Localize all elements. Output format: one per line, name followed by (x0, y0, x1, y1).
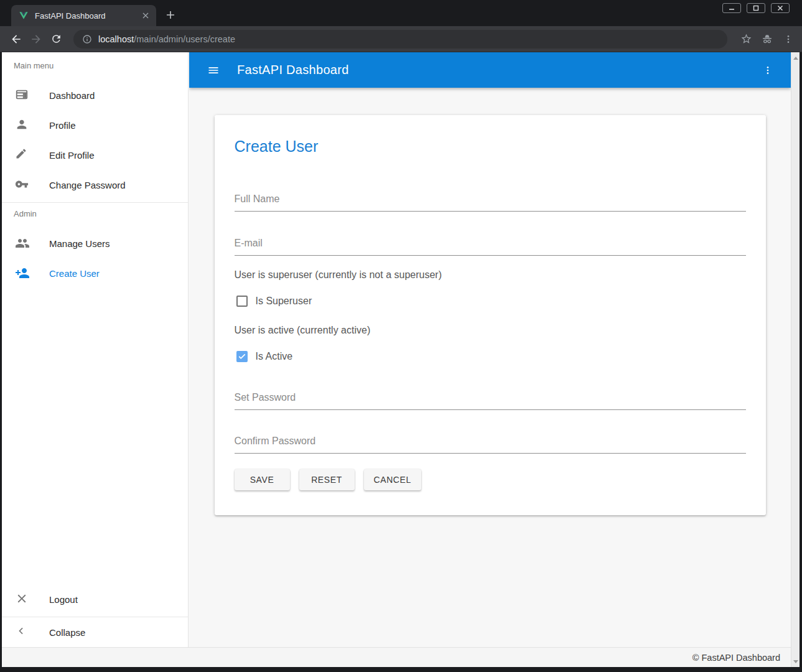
forward-button[interactable] (27, 30, 45, 48)
group-icon (15, 236, 30, 251)
sidebar-item-label: Create User (49, 268, 100, 279)
sidebar-item-label: Collapse (49, 627, 85, 638)
bookmark-star-icon[interactable] (737, 30, 755, 48)
sidebar-item-label: Logout (49, 594, 78, 605)
superuser-checkbox-label: Is Superuser (256, 296, 312, 307)
new-tab-button[interactable] (163, 7, 178, 22)
confirm-password-input[interactable] (235, 436, 746, 454)
active-checkbox-row[interactable]: Is Active (236, 351, 746, 362)
url-text: localhost/main/admin/users/create (98, 34, 235, 44)
tab-title: FastAPI Dashboard (35, 11, 140, 21)
check-icon (238, 352, 246, 361)
sidebar-item-label: Change Password (49, 180, 126, 190)
url-path: /main/admin/users/create (134, 34, 235, 44)
page-scrollbar[interactable] (791, 52, 800, 667)
main-content: FastAPI Dashboard Create User User is su… (189, 52, 791, 647)
chevron-left-icon (15, 625, 30, 640)
vue-favicon-icon (19, 11, 29, 21)
back-button[interactable] (7, 30, 25, 48)
browser-tab[interactable]: FastAPI Dashboard (11, 5, 156, 26)
confirm-password-field (235, 436, 746, 454)
window-maximize-button[interactable] (747, 3, 765, 13)
sidebar-spacer (2, 288, 188, 584)
sidebar-item-label: Edit Profile (49, 150, 95, 161)
url-host: localhost (98, 34, 134, 44)
full-name-input[interactable] (235, 194, 746, 212)
sidebar-divider (2, 202, 188, 203)
close-x-icon (15, 592, 30, 607)
key-icon (15, 177, 30, 192)
create-user-card: Create User User is superuser (currently… (215, 115, 766, 515)
active-checkbox-label: Is Active (256, 351, 293, 362)
window-controls (722, 3, 790, 13)
email-input[interactable] (235, 238, 746, 256)
browser-menu-kebab-icon[interactable] (780, 30, 797, 48)
sidebar-item-create-user[interactable]: Create User (2, 258, 188, 288)
sidebar-item-profile[interactable]: Profile (2, 110, 188, 140)
browser-toolbar: localhost/main/admin/users/create (0, 26, 802, 52)
scrollbar-up-arrow[interactable] (791, 54, 800, 62)
incognito-icon (758, 30, 776, 48)
email-field (235, 238, 746, 256)
sidebar-item-edit-profile[interactable]: Edit Profile (2, 140, 188, 170)
reset-button[interactable]: RESET (299, 469, 355, 490)
sidebar-item-manage-users[interactable]: Manage Users (2, 228, 188, 258)
page-footer: © FastAPI Dashboard (2, 647, 791, 667)
dashboard-icon (15, 88, 30, 103)
form-actions: SAVE RESET CANCEL (235, 469, 746, 490)
cancel-button[interactable]: CANCEL (364, 469, 421, 490)
superuser-checkbox-row[interactable]: Is Superuser (236, 296, 746, 307)
appbar: FastAPI Dashboard (189, 52, 791, 88)
reload-button[interactable] (47, 30, 65, 48)
person-icon (15, 118, 30, 133)
active-checkbox[interactable] (236, 351, 248, 362)
browser-tabstrip: FastAPI Dashboard (0, 0, 802, 26)
superuser-checkbox[interactable] (236, 296, 248, 307)
sidebar-section-admin: Admin (14, 209, 188, 218)
superuser-hint: User is superuser (currently is not a su… (235, 269, 746, 281)
set-password-field (235, 392, 746, 410)
sidebar-item-dashboard[interactable]: Dashboard (2, 80, 188, 110)
sidebar-item-label: Dashboard (49, 90, 95, 101)
sidebar-item-label: Manage Users (49, 238, 110, 249)
save-button[interactable]: SAVE (235, 469, 290, 490)
person-add-icon (15, 266, 30, 281)
sidebar-item-logout[interactable]: Logout (2, 584, 188, 614)
url-bar[interactable]: localhost/main/admin/users/create (73, 30, 727, 49)
hamburger-menu-icon[interactable] (206, 63, 221, 78)
window-close-button[interactable] (771, 3, 790, 13)
page: Main menu Dashboard Profile Edit Profile (2, 52, 800, 667)
scrollbar-down-arrow[interactable] (791, 657, 800, 666)
set-password-input[interactable] (235, 392, 746, 410)
tab-close-icon[interactable] (140, 10, 151, 21)
page-info-icon[interactable] (82, 34, 92, 44)
appbar-title: FastAPI Dashboard (237, 63, 349, 77)
sidebar-section-main-menu: Main menu (14, 61, 188, 70)
sidebar-item-collapse[interactable]: Collapse (2, 617, 188, 647)
sidebar: Main menu Dashboard Profile Edit Profile (2, 52, 189, 647)
card-heading: Create User (235, 138, 746, 156)
sidebar-item-change-password[interactable]: Change Password (2, 170, 188, 200)
sidebar-item-label: Profile (49, 120, 76, 131)
pencil-icon (15, 147, 30, 162)
window-minimize-button[interactable] (722, 3, 741, 13)
appbar-kebab-icon[interactable] (760, 63, 775, 78)
copyright-text: © FastAPI Dashboard (692, 653, 780, 663)
active-hint: User is active (currently active) (235, 325, 746, 336)
full-name-field (235, 194, 746, 212)
